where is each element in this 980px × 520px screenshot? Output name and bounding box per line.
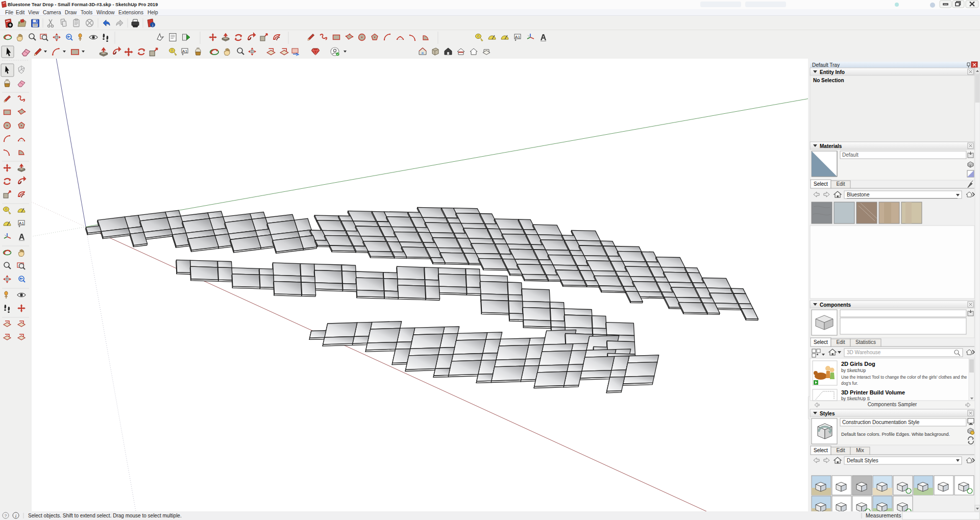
svg-text:Components: Components [820,302,851,308]
svg-text:Edit: Edit [836,181,845,187]
svg-text:Mix: Mix [856,448,864,453]
svg-text:Default: Default [842,152,859,158]
svg-text:3D Warehouse: 3D Warehouse [847,350,881,355]
svg-text:No Selection: No Selection [813,78,844,83]
svg-text:Default Tray: Default Tray [812,62,840,68]
svg-text:Edit: Edit [836,448,845,453]
svg-text:by SketchUp S: by SketchUp S [841,396,870,401]
svg-text:by SketchUp: by SketchUp [841,368,866,373]
svg-text:3D Printer Build Volume: 3D Printer Build Volume [841,389,905,395]
svg-text:Statistics: Statistics [855,339,876,345]
svg-text:Select: Select [814,448,828,453]
svg-text:Materials: Materials [820,143,842,149]
svg-text:Entity Info: Entity Info [820,69,845,75]
svg-text:A1: A1 [515,35,520,39]
svg-text:A1: A1 [182,49,187,54]
svg-text:Measurements: Measurements [866,512,901,518]
svg-text:?: ? [5,513,7,518]
svg-text:Default Styles: Default Styles [847,458,878,463]
svg-text:Styles: Styles [820,411,835,416]
svg-text:Components Sampler: Components Sampler [868,402,917,407]
svg-text:2D Girls Dog: 2D Girls Dog [841,361,875,367]
svg-text:Bluestone: Bluestone [847,192,870,197]
svg-text:Use the Interact Tool to chang: Use the Interact Tool to change the colo… [841,375,967,380]
svg-text:dog's fur.: dog's fur. [841,381,858,386]
svg-text:Select: Select [814,339,828,345]
svg-text:Default face colors. Profile E: Default face colors. Profile Edges. Whit… [841,432,950,437]
svg-text:Edit: Edit [836,339,845,345]
svg-text:Select: Select [814,181,828,187]
svg-text:Construction Documentation Sty: Construction Documentation Style [842,419,920,425]
svg-text:Select objects. Shift to exten: Select objects. Shift to extend select. … [28,513,182,518]
svg-text:A1: A1 [19,221,24,226]
